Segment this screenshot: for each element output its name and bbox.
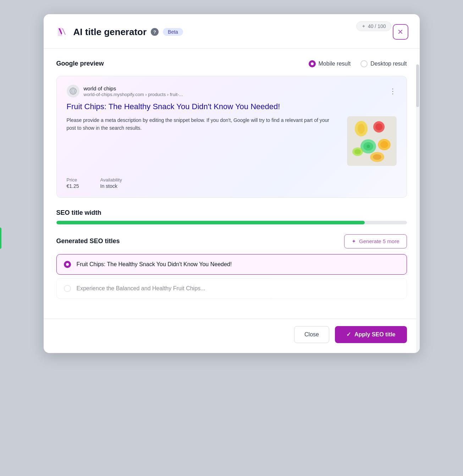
scroll-thumb[interactable] — [416, 65, 419, 107]
google-result-title: Fruit Chips: The Healthy Snack You Didn'… — [67, 102, 397, 112]
svg-point-15 — [373, 154, 381, 160]
desktop-radio[interactable] — [360, 60, 368, 67]
apply-seo-title-button[interactable]: ✓ Apply SEO title — [335, 326, 407, 343]
seo-width-progress-bg — [56, 221, 407, 224]
desktop-label: Desktop result — [370, 61, 407, 67]
product-image — [347, 116, 397, 166]
help-icon[interactable]: ? — [151, 28, 159, 36]
mobile-result-option[interactable]: Mobile result — [309, 60, 351, 67]
header-left: AI title generator ? Beta — [55, 25, 183, 39]
close-button[interactable]: ✕ — [393, 24, 408, 40]
google-description: Please provide a meta description by edi… — [67, 116, 340, 132]
preview-row: Google preview Mobile result Desktop res… — [56, 60, 407, 67]
mobile-radio[interactable] — [309, 60, 316, 67]
svg-point-13 — [354, 149, 361, 154]
generated-label: Generated SEO titles — [56, 237, 120, 245]
modal-footer: Close ✓ Apply SEO title — [44, 319, 420, 353]
google-content: Please provide a meta description by edi… — [67, 116, 397, 166]
modal-header: AI title generator ? Beta ✕ — [44, 14, 420, 49]
price-value: €1.25 — [67, 183, 79, 189]
title-text-2: Experience the Balanced and Healthy Frui… — [77, 285, 205, 292]
three-dots-menu[interactable]: ⋮ — [389, 87, 397, 95]
beta-badge: Beta — [163, 28, 183, 36]
ai-title-generator-modal: ✦ 40 / 100 AI title generator ? Beta — [44, 14, 420, 353]
svg-point-6 — [375, 123, 382, 130]
title-option-1[interactable]: Fruit Chips: The Healthy Snack You Didn'… — [56, 254, 407, 275]
modal-body: Google preview Mobile result Desktop res… — [44, 49, 420, 319]
close-footer-button[interactable]: Close — [294, 326, 329, 343]
site-favicon — [67, 85, 79, 97]
google-site-row: world of chips world-of-chips.myshopify.… — [67, 85, 397, 97]
google-price-row: Price €1.25 Availability In stock — [67, 173, 397, 189]
seo-width-section: SEO title width — [56, 209, 407, 224]
title-radio-2[interactable] — [64, 285, 71, 292]
modal-backdrop: ✦ 40 / 100 AI title generator ? Beta — [0, 0, 463, 476]
sparkle-icon: ✦ — [362, 23, 366, 29]
site-name: world of chips — [84, 85, 183, 92]
google-preview-label: Google preview — [56, 60, 104, 67]
generate-sparkle-icon: ✦ — [352, 238, 356, 245]
mobile-label: Mobile result — [319, 61, 351, 67]
seo-width-progress-fill — [56, 221, 365, 224]
availability-col: Availability In stock — [100, 177, 122, 189]
check-icon: ✓ — [346, 331, 351, 338]
title-option-2[interactable]: Experience the Balanced and Healthy Frui… — [56, 278, 407, 299]
view-toggle-group: Mobile result Desktop result — [309, 60, 407, 67]
google-site-info: world of chips world-of-chips.myshopify.… — [67, 85, 183, 97]
generate-more-button[interactable]: ✦ Generate 5 more — [344, 234, 407, 248]
price-label: Price — [67, 177, 79, 183]
scrollbar[interactable] — [416, 64, 420, 353]
availability-label: Availability — [100, 177, 122, 183]
price-col: Price €1.25 — [67, 177, 79, 189]
title-text-1: Fruit Chips: The Healthy Snack You Didn'… — [77, 261, 232, 268]
availability-value: In stock — [100, 183, 122, 189]
seo-width-label: SEO title width — [56, 209, 407, 217]
credits-badge: ✦ 40 / 100 — [356, 21, 391, 31]
modal-title: AI title generator — [73, 27, 147, 38]
generated-header: Generated SEO titles ✦ Generate 5 more — [56, 234, 407, 248]
svg-point-4 — [358, 124, 365, 134]
title-radio-1[interactable] — [64, 261, 71, 268]
svg-point-9 — [366, 145, 370, 148]
side-tab-indicator — [0, 228, 1, 249]
desktop-result-option[interactable]: Desktop result — [360, 60, 407, 67]
svg-point-11 — [380, 141, 388, 148]
generated-section: Generated SEO titles ✦ Generate 5 more F… — [56, 234, 407, 299]
credits-value: 40 / 100 — [368, 23, 386, 29]
google-preview-card: world of chips world-of-chips.myshopify.… — [56, 76, 407, 198]
site-url: world-of-chips.myshopify.com › products … — [84, 92, 183, 97]
yoast-logo — [55, 25, 69, 39]
generate-more-label: Generate 5 more — [359, 238, 399, 244]
apply-label: Apply SEO title — [354, 331, 396, 338]
